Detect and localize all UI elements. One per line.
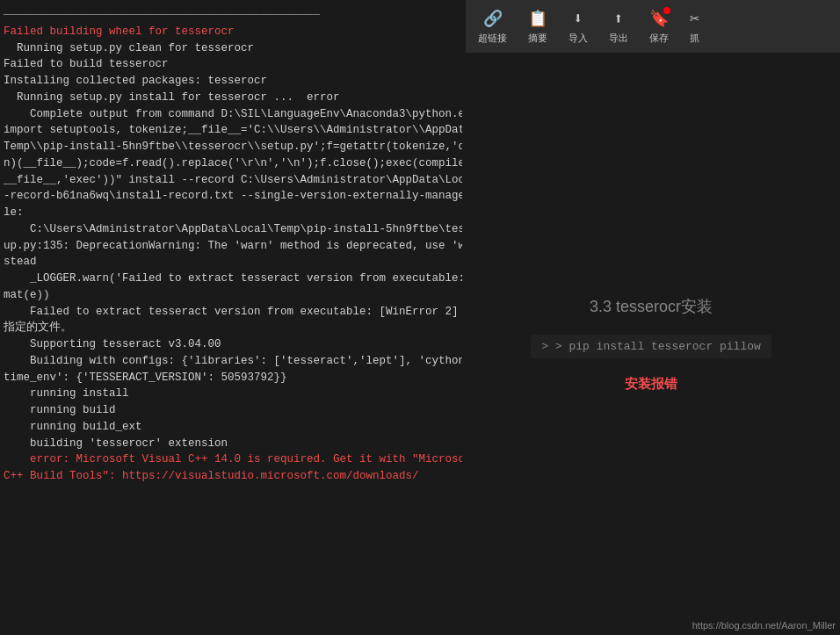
build-config-line: Building with configs: {'libraries': ['t… [4, 353, 462, 370]
separator-line: ————————————————————————————————————————… [4, 7, 462, 24]
version-text: 3.3 tesserocr安装 [590, 296, 713, 317]
vc-error-line-2: C++ Build Tools": https://visualstudio.m… [4, 468, 462, 485]
center-content: 3.3 tesserocr安装 > > pip install tesseroc… [531, 296, 771, 393]
toolbar-summary[interactable]: 📋 摘要 [521, 4, 554, 49]
env-line: time_env': {'TESSERACT_VERSION': 5059379… [4, 370, 462, 386]
logger-line-1: _LOGGER.warn('Failed to extract tesserac… [4, 271, 462, 287]
fail-build-line: Failed to build tesserocr [4, 56, 462, 73]
notification-dot [663, 7, 670, 14]
path-line: C:\Users\Administrator\AppData\Local\Tem… [4, 221, 462, 238]
superlink-icon: 🔗 [483, 9, 503, 28]
deprecation-line-2: stead [4, 254, 462, 271]
building-ext-line: building 'tesserocr' extension [4, 436, 462, 452]
summary-label: 摘要 [528, 32, 547, 45]
vc-error-line-1: error: Microsoft Visual C++ 14.0 is requ… [4, 451, 462, 468]
summary-icon: 📋 [528, 9, 547, 28]
cmd-line-5: __file__,'exec'))" install --record C:\U… [4, 172, 462, 189]
terminal-output: ————————————————————————————————————————… [0, 0, 466, 635]
extract-fail-line: Failed to extract tesseract version from… [4, 304, 462, 321]
install-cmd-label: > > pip install tesserocr pillow [541, 340, 761, 353]
cmd-line-7: le: [4, 205, 462, 221]
install-command: > > pip install tesserocr pillow [531, 335, 771, 358]
install-error-label: 安装报错 [625, 376, 677, 393]
version-label: 3.3 tesserocr安装 [590, 298, 713, 315]
save-label: 保存 [649, 32, 669, 45]
file-not-found-line: 指定的文件。 [4, 320, 462, 336]
save-icon: 🔖 [649, 9, 669, 28]
toolbar: 🔗 超链接 📋 摘要 ⬇ 导入 ⬆ 导出 🔖 保存 ✂ 抓 [462, 0, 840, 53]
toolbar-superlink[interactable]: 🔗 超链接 [471, 4, 514, 49]
cmd-line-3: Temp\\pip-install-5hn9ftbe\\tesserocr\\s… [4, 139, 462, 155]
toolbar-save[interactable]: 🔖 保存 [642, 4, 676, 49]
toolbar-import[interactable]: ⬇ 导入 [561, 4, 595, 49]
deprecation-line-1: up.py:135: DeprecationWarning: The 'warn… [4, 238, 462, 255]
cmd-line-4: n)(__file__);code=f.read().replace('\r\n… [4, 155, 462, 172]
toolbar-export[interactable]: ⬆ 导出 [602, 4, 635, 49]
right-panel: 3.3 tesserocr安装 > > pip install tesseroc… [462, 53, 840, 635]
import-label: 导入 [568, 32, 588, 45]
toolbar-capture[interactable]: ✂ 抓 [683, 4, 706, 49]
error-wheel-line: Failed building wheel for tesserocr [4, 24, 462, 40]
cmd-line-1: Complete output from command D:\SIL\Lang… [4, 106, 462, 123]
cmd-line-6: -record-b61na6wq\install-record.txt --si… [4, 188, 462, 205]
setup-install-line: Running setup.py install for tesserocr .… [4, 90, 462, 106]
logger-line-2: mat(e)) [4, 287, 462, 304]
export-label: 导出 [609, 32, 628, 45]
cmd-line-2: import setuptools, tokenize;__file__='C:… [4, 122, 462, 139]
capture-label: 抓 [690, 32, 699, 45]
import-icon: ⬇ [574, 9, 583, 28]
running-install-line: running install [4, 386, 462, 402]
running-build-ext-line: running build_ext [4, 419, 462, 436]
installing-line: Installing collected packages: tesserocr [4, 73, 462, 90]
export-icon: ⬆ [614, 9, 624, 28]
setup-clean-line: Running setup.py clean for tesserocr [4, 40, 462, 57]
watermark: https://blog.csdn.net/Aaron_Miller [692, 620, 836, 631]
support-line: Supporting tesseract v3.04.00 [4, 336, 462, 353]
capture-icon: ✂ [690, 9, 699, 28]
running-build-line: running build [4, 402, 462, 419]
superlink-label: 超链接 [478, 32, 507, 45]
